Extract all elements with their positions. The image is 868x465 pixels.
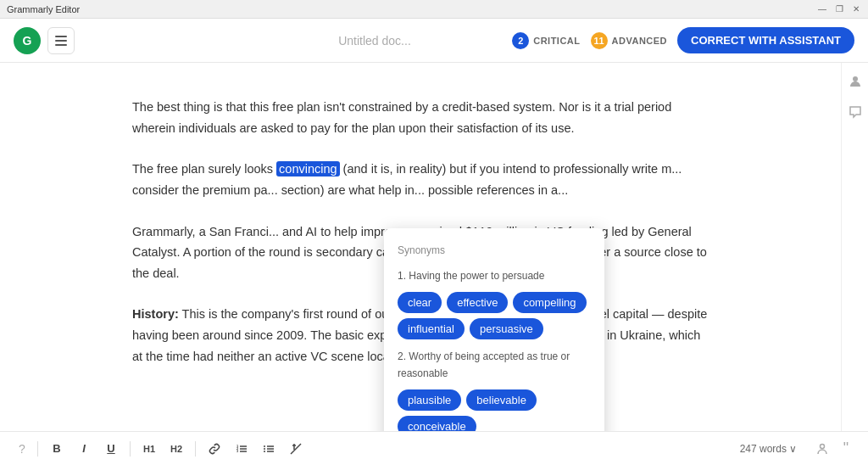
italic-button[interactable]: I [72,437,96,461]
help-icon[interactable]: ? [14,440,31,457]
critical-label: CRITICAL [533,36,580,46]
synonym-conceivable[interactable]: conceivable [398,416,476,431]
comment-sidebar-icon[interactable] [847,104,864,120]
svg-point-16 [821,444,825,448]
app-title: Grammarly Editor [7,4,817,14]
word-count[interactable]: 247 words ∨ [740,443,797,455]
svg-point-10 [264,445,265,447]
menu-icon-line3 [55,44,67,46]
synonym-believable[interactable]: believable [466,389,537,411]
menu-button[interactable] [47,27,75,54]
svg-text:3: 3 [236,449,239,453]
synonym-effective[interactable]: effective [447,292,508,313]
advanced-badge: 11 ADVANCED [591,32,668,49]
unordered-list-button[interactable] [257,437,281,461]
menu-icon-line2 [55,40,67,42]
right-sidebar [841,63,868,431]
restore-button[interactable]: ❐ [834,4,844,14]
bottom-left-icons: ? [14,440,31,457]
paragraph-4-bold: History: [132,307,179,321]
close-button[interactable]: ✕ [851,4,861,14]
synonym-persuasive[interactable]: persuasive [470,318,543,339]
app-header: G Untitled doc... 2 CRITICAL 11 ADVANCED… [0,19,868,63]
h1-button[interactable]: H1 [137,437,161,461]
svg-point-12 [264,451,265,452]
menu-icon-line1 [55,36,67,37]
synonym-tags-section-2: plausible believable conceivable [398,389,591,431]
synonyms-popup: Synonyms 1. Having the power to persuade… [384,228,604,431]
paragraph-1-text: The best thing is that this free plan is… [132,100,671,135]
paragraph-2-text-before: The free plan surely looks [132,162,276,176]
svg-point-0 [853,76,858,81]
synonym-plausible[interactable]: plausible [398,389,461,411]
word-count-chevron: ∨ [789,443,797,455]
correct-with-assistant-button[interactable]: CORRECT WITH ASSISTANT [677,27,854,53]
toolbar-separator-2 [195,441,196,457]
critical-count: 2 [512,32,529,49]
window-controls: — ❐ ✕ [817,4,861,14]
synonyms-title: Synonyms [398,242,591,259]
header-actions: 2 CRITICAL 11 ADVANCED CORRECT WITH ASSI… [566,27,854,53]
grammarly-logo: G [14,27,41,54]
paragraph-2: The free plan surely looks convincing (a… [132,159,709,200]
synonym-section-2-label: 2. Worthy of being accepted as true or r… [398,348,591,383]
toolbar-separator-0 [37,441,38,457]
bottom-toolbar: ? B I U H1 H2 1 2 3 [0,431,868,465]
synonym-tags-section-1: clear effective compelling influential p… [398,292,591,339]
svg-point-11 [264,448,265,450]
ordered-list-button[interactable]: 1 2 3 [230,437,253,461]
bold-button[interactable]: B [45,437,69,461]
bottom-profile-icon[interactable] [814,440,831,457]
synonym-clear[interactable]: clear [398,292,442,313]
word-count-label: 247 words [740,443,787,455]
synonym-influential[interactable]: influential [398,318,465,339]
editor-content: The best thing is that this free plan is… [132,63,709,404]
title-bar: Grammarly Editor — ❐ ✕ [0,0,868,19]
link-button[interactable] [203,437,226,461]
paragraph-1: The best thing is that this free plan is… [132,97,709,138]
advanced-label: ADVANCED [612,36,668,46]
toolbar-separator-1 [130,441,131,457]
document-title[interactable]: Untitled doc... [183,34,566,48]
main-area: The best thing is that this free plan is… [0,63,868,431]
underline-button[interactable]: U [99,437,123,461]
profile-sidebar-icon[interactable] [847,73,864,90]
bottom-quote-icon[interactable]: " [837,440,854,457]
synonym-section-1-label: 1. Having the power to persuade [398,267,591,284]
advanced-count: 11 [591,32,608,49]
h2-button[interactable]: H2 [164,437,188,461]
critical-badge: 2 CRITICAL [512,32,580,49]
clear-format-button[interactable] [284,437,308,461]
logo-area: G [14,27,183,54]
editor-area[interactable]: The best thing is that this free plan is… [0,63,841,431]
synonym-compelling[interactable]: compelling [513,292,586,313]
minimize-button[interactable]: — [817,4,827,14]
convincing-word[interactable]: convincing [276,161,340,176]
